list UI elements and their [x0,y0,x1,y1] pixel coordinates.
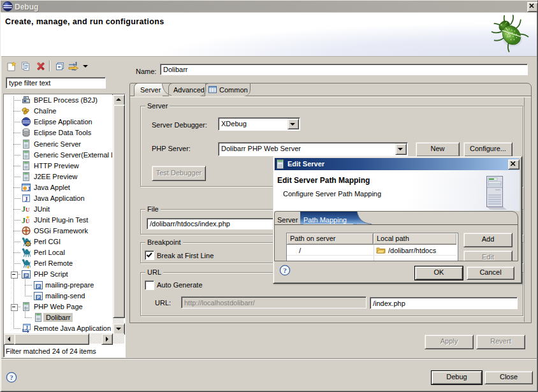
svg-text:?: ? [10,374,13,381]
svg-text:?: ? [283,266,287,274]
